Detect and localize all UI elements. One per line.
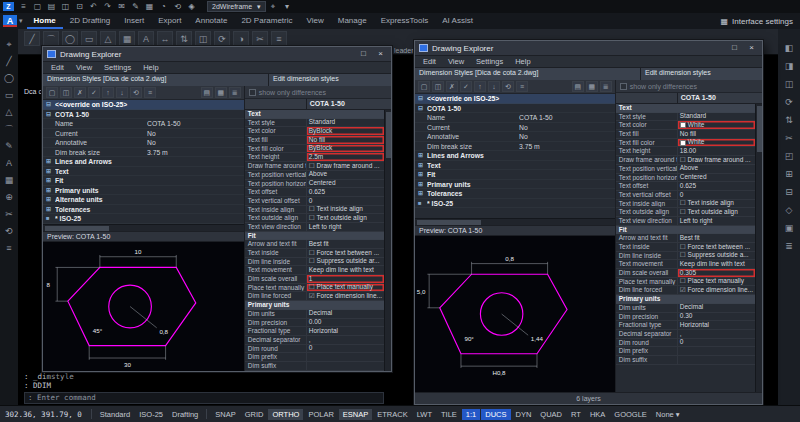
property-row[interactable]: Text height 18.00 — [616, 147, 755, 156]
dropdown-caret-icon[interactable]: ▾ — [281, 1, 294, 12]
copy-icon[interactable]: ◫ — [785, 79, 794, 89]
property-value[interactable]: ☐ Text outside align — [678, 208, 755, 216]
property-value[interactable]: ☐ Draw frame around ... — [678, 156, 755, 164]
arc-tool-icon[interactable]: ⌒ — [5, 124, 14, 134]
property-row[interactable]: Arrow and text fit Best fit — [245, 240, 384, 249]
dialog-menu-item[interactable]: View — [70, 63, 98, 72]
property-row[interactable]: Text fill color ByBlock — [245, 145, 384, 154]
status-toggle[interactable]: None ▾ — [652, 409, 684, 420]
property-row[interactable]: Text color ByBlock — [245, 127, 384, 136]
rotate-icon[interactable]: ⟳ — [785, 97, 793, 107]
property-value[interactable]: 0.625 — [307, 188, 384, 196]
tree-expander-icon[interactable] — [46, 148, 55, 157]
regen-icon[interactable]: ⟲ — [171, 1, 184, 12]
property-value[interactable]: Best fit — [307, 240, 384, 248]
new-style-icon[interactable]: ▢ — [418, 81, 430, 92]
property-row[interactable]: Decimal separator , — [245, 336, 384, 345]
tree-row[interactable]: ⊟ <<override on ISO-25> — [43, 100, 244, 110]
property-value[interactable]: 0.305 — [678, 269, 755, 277]
tree-expander-icon[interactable] — [46, 119, 55, 128]
property-row[interactable]: Text fill No fill — [616, 130, 755, 139]
status-dropdown[interactable]: Standard — [96, 409, 134, 420]
dialog-menu-item[interactable]: Help — [509, 57, 536, 66]
property-row[interactable]: Dim scale overall 1 — [245, 275, 384, 284]
delete-style-icon[interactable]: ✗ — [446, 81, 458, 92]
icon-view-icon[interactable]: ▦ — [586, 81, 598, 92]
maximize-button[interactable]: □ — [728, 43, 741, 54]
copy-tool-icon[interactable]: ◫ — [195, 31, 211, 46]
property-value[interactable]: ☐ Place text manually — [678, 278, 755, 286]
tree-row[interactable]: Name COTA 1-50 — [43, 119, 244, 129]
scrollbar-thumb[interactable] — [386, 112, 391, 158]
new-file-icon[interactable]: ▢ — [31, 1, 44, 12]
checkbox-icon[interactable]: ☐ — [680, 156, 686, 164]
vertical-scrollbar[interactable] — [755, 104, 762, 392]
tree-expander-icon[interactable]: ⊞ — [46, 186, 55, 195]
scrollbar-thumb[interactable] — [757, 106, 762, 152]
property-value[interactable]: Centered — [307, 180, 384, 188]
property-row[interactable]: Dim prefix — [245, 353, 384, 362]
tree-row[interactable]: Annotative No — [415, 132, 615, 142]
rotate-tool-icon[interactable]: ⟳ — [214, 31, 230, 46]
sketch-tool-icon[interactable]: ✎ — [5, 141, 13, 151]
status-toggle[interactable]: DYN — [512, 409, 536, 420]
property-row[interactable]: Dim line forced ☑ Force dimension line..… — [245, 292, 384, 301]
dialog-menu-item[interactable]: Settings — [98, 63, 137, 72]
tree-row[interactable]: ⊟ COTA 1-50 — [43, 110, 244, 120]
tree-row[interactable]: ⊞ Text — [415, 161, 615, 171]
property-value[interactable]: Best fit — [678, 234, 755, 242]
property-value[interactable]: 0.625 — [678, 182, 755, 190]
icon-view-icon[interactable]: ▦ — [215, 87, 227, 98]
property-value[interactable]: ☐ Suppress outside ar... — [307, 258, 384, 266]
properties-icon[interactable]: ≣ — [785, 241, 793, 251]
property-row[interactable]: Text inside align ☐ Text inside align — [245, 206, 384, 215]
property-row[interactable]: Text view direction Left to right — [245, 223, 384, 232]
property-value[interactable]: 0.30 — [678, 313, 755, 321]
property-row[interactable]: Text — [245, 110, 384, 119]
checkbox-icon[interactable]: ☐ — [309, 206, 315, 214]
property-value[interactable]: Horizontal — [678, 321, 755, 329]
set-current-icon[interactable]: ✓ — [460, 81, 472, 92]
style-column-header[interactable]: COTA 1-50 — [307, 99, 391, 109]
tree-row[interactable]: ■ * ISO-25 — [415, 199, 615, 209]
status-toggle[interactable]: DUCS — [481, 409, 510, 420]
polygon-tool-icon[interactable]: △ — [6, 107, 13, 117]
status-toggle[interactable]: 1:1 — [462, 409, 480, 420]
property-row[interactable]: Dim suffix — [616, 356, 755, 365]
scale-icon[interactable]: ◰ — [785, 151, 794, 161]
property-row[interactable]: Dim units Decimal — [245, 310, 384, 319]
property-row[interactable]: Dim line inside ☐ Suppress outside a... — [616, 252, 755, 261]
property-row[interactable]: Draw frame around text ☐ Draw frame arou… — [616, 156, 755, 165]
tree-row[interactable]: ⊞ Fit — [43, 176, 244, 186]
tree-expander-icon[interactable]: ■ — [46, 214, 55, 223]
tree-row[interactable]: ⊞ Primary units — [43, 186, 244, 196]
close-button[interactable]: × — [745, 43, 758, 54]
property-row[interactable]: Text inside ☐ Force text between ... — [616, 243, 755, 252]
property-value[interactable]: ☐ Draw frame around ... — [307, 162, 384, 170]
move-up-icon[interactable]: ↑ — [474, 81, 486, 92]
move-icon[interactable]: ⇅ — [785, 115, 793, 125]
move-tool-icon[interactable]: ⇅ — [176, 31, 192, 46]
options-icon[interactable]: ≡ — [144, 87, 156, 98]
property-value[interactable]: ByBlock — [307, 145, 384, 153]
tree-row[interactable]: ⊞ Fit — [415, 170, 615, 180]
checkbox-icon[interactable]: ☐ — [309, 214, 315, 222]
tree-row[interactable]: Dim break size 3.75 m — [415, 142, 615, 152]
checkbox-icon[interactable]: ☐ — [309, 249, 315, 257]
property-row[interactable]: Text position vertical Above — [616, 165, 755, 174]
tree-expander-icon[interactable]: ⊞ — [418, 151, 427, 160]
ribbon-tab[interactable]: AI Assist — [435, 13, 480, 29]
undo-icon[interactable]: ↶ — [87, 1, 100, 12]
checkbox-icon[interactable]: ☐ — [680, 200, 686, 208]
property-value[interactable]: ☐ Text outside align — [307, 214, 384, 222]
property-value[interactable]: 18.00 — [678, 147, 755, 155]
tree-row[interactable]: ■ * ISO-25 — [43, 214, 244, 224]
save-icon[interactable]: ◫ — [59, 1, 72, 12]
tree-row[interactable]: Current No — [415, 123, 615, 133]
tree-expander-icon[interactable] — [418, 113, 427, 122]
visual-style-combo[interactable]: 2dWireframe ▾ — [207, 1, 266, 12]
interface-settings-button[interactable]: ▦ Interface settings — [721, 17, 797, 26]
dialog-menu-item[interactable]: Edit — [45, 63, 70, 72]
explode-icon[interactable]: ⊟ — [785, 187, 793, 197]
dialog-titlebar[interactable]: Drawing Explorer □ × — [43, 47, 391, 62]
